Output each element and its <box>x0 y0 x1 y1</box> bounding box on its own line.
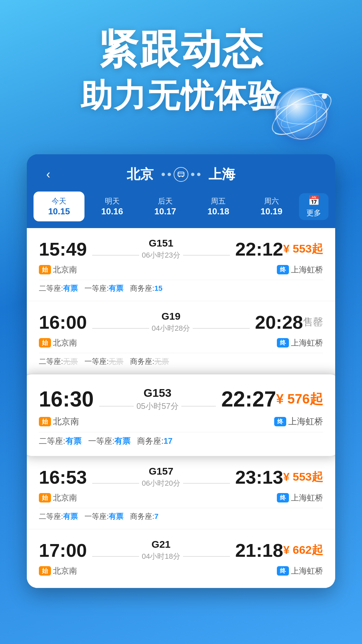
arrival-3: 23:13 <box>235 466 283 488</box>
seat-3-0: 二等座:有票 <box>39 512 78 522</box>
seat-0-1: 一等座:有票 <box>84 283 123 293</box>
arrival-0: 22:12 <box>235 238 283 260</box>
station-row-1: 始 北京南 终 上海虹桥 <box>39 337 323 348</box>
arrival-4: 21:18 <box>235 539 283 561</box>
train-no-3: G157 <box>149 466 173 477</box>
city-from: 北京 <box>127 165 154 183</box>
hero-title-1: 紧跟动态 <box>0 27 362 71</box>
line-2b <box>181 406 216 407</box>
station-from-2: 始 北京南 <box>39 416 79 427</box>
station-to-4: 终 上海虹桥 <box>277 566 323 576</box>
train-item-4[interactable]: 17:00 G21 04小时18分 21:18 ¥ 662起 始 北京南 <box>27 529 335 588</box>
arrival-2: 22:27 <box>221 387 276 412</box>
more-dates-button[interactable]: 📅 更多 <box>299 193 328 220</box>
station-to-0: 终 上海虹桥 <box>277 264 323 275</box>
duration-line-4: 04小时18分 <box>92 551 230 561</box>
date-tab-date-3: 10.18 <box>207 206 229 217</box>
station-row-2: 始 北京南 终 上海虹桥 <box>39 416 323 427</box>
seat-2-0: 二等座:有票 <box>39 436 81 446</box>
duration-4: 04小时18分 <box>142 551 180 561</box>
seat-status-2-1: 有票 <box>114 436 130 445</box>
back-button[interactable]: ‹ <box>40 166 56 182</box>
seat-status-3-1: 有票 <box>109 512 123 521</box>
date-tab-date-4: 10.19 <box>260 206 282 217</box>
date-tab-label-2: 后天 <box>158 196 173 206</box>
station-row-0: 始 北京南 终 上海虹桥 <box>39 264 323 275</box>
seat-row-2: 二等座:有票 一等座:有票 商务座:17 <box>39 432 323 446</box>
seat-1-1: 一等座:无票 <box>84 357 123 367</box>
start-tag-0: 始 <box>39 265 51 274</box>
duration-line-2: 05小时57分 <box>99 401 216 412</box>
station-from-name-2: 北京南 <box>53 416 79 427</box>
train-main-row-1: 16:00 G19 04小时28分 20:28 售罄 <box>39 311 323 333</box>
line-0 <box>92 255 139 256</box>
train-main-row-4: 17:00 G21 04小时18分 21:18 ¥ 662起 <box>39 539 323 561</box>
station-from-name-4: 北京南 <box>53 566 77 576</box>
globe-icon <box>275 87 328 141</box>
station-to-name-4: 上海虹桥 <box>291 566 323 576</box>
station-from-name-1: 北京南 <box>53 337 77 348</box>
date-tab-label-3: 周五 <box>211 196 226 206</box>
seat-status-2-2: 17 <box>164 436 173 445</box>
seat-status-1-0: 无票 <box>63 357 78 366</box>
duration-3: 06小时20分 <box>142 478 180 488</box>
station-to-3: 终 上海虹桥 <box>277 492 323 503</box>
line-4 <box>92 556 139 557</box>
duration-0: 06小时23分 <box>142 250 180 260</box>
calendar-icon: 📅 <box>308 195 320 206</box>
departure-0: 15:49 <box>39 238 87 260</box>
date-tab-1[interactable]: 明天 10.16 <box>86 192 137 221</box>
train-center-2: G153 05小时57分 <box>99 386 216 412</box>
seat-status-1-2: 无票 <box>154 357 169 366</box>
card-header: ‹ 北京 上海 <box>27 154 335 192</box>
dot-3 <box>191 173 194 176</box>
train-center-1: G19 04小时28分 <box>92 311 250 333</box>
date-tab-date-2: 10.17 <box>154 206 176 217</box>
end-tag-3: 终 <box>277 493 289 502</box>
date-tabs: 今天 10.15 明天 10.16 后天 10.17 周五 10.18 周六 1… <box>27 192 335 228</box>
date-tab-label-0: 今天 <box>52 196 66 206</box>
station-row-4: 始 北京南 终 上海虹桥 <box>39 566 323 576</box>
svg-point-0 <box>277 89 327 139</box>
date-tab-date-1: 10.16 <box>101 206 123 217</box>
date-tab-3[interactable]: 周五 10.18 <box>193 192 244 221</box>
date-tab-2[interactable]: 后天 10.17 <box>140 192 191 221</box>
line-3b <box>183 483 230 484</box>
start-tag-2: 始 <box>39 417 51 426</box>
departure-4: 17:00 <box>39 539 87 561</box>
app-card: ‹ 北京 上海 <box>27 154 335 588</box>
duration-1: 04小时28分 <box>152 323 190 333</box>
departure-2: 16:30 <box>39 387 94 412</box>
date-tab-4[interactable]: 周六 10.19 <box>246 192 297 221</box>
svg-point-2 <box>287 89 317 139</box>
svg-rect-5 <box>178 172 184 176</box>
globe-decoration <box>275 87 342 154</box>
train-item-2[interactable]: 16:30 G153 05小时57分 22:27 ¥ 576起 始 北京南 <box>27 374 335 456</box>
line-0b <box>183 255 230 256</box>
station-to-name-2: 上海虹桥 <box>288 416 323 427</box>
date-tab-0[interactable]: 今天 10.15 <box>34 192 84 221</box>
station-from-0: 始 北京南 <box>39 264 77 275</box>
seat-0-2: 商务座:15 <box>130 283 163 293</box>
seat-status-1-1: 无票 <box>109 357 123 366</box>
end-tag-0: 终 <box>277 265 289 274</box>
station-to-name-3: 上海虹桥 <box>291 492 323 503</box>
seat-status-3-0: 有票 <box>63 512 78 521</box>
seat-2-1: 一等座:有票 <box>88 436 131 446</box>
seat-row-0: 二等座:有票 一等座:有票 商务座:15 <box>39 280 323 293</box>
line-1b <box>193 328 249 329</box>
seat-row-1: 二等座:无票 一等座:无票 商务座:无票 <box>39 353 323 367</box>
seat-status-0-1: 有票 <box>109 284 123 292</box>
train-item-0[interactable]: 15:49 G151 06小时23分 22:12 ¥ 553起 始 北京南 <box>27 228 335 301</box>
date-tab-date-0: 10.15 <box>48 206 70 217</box>
train-item-1[interactable]: 16:00 G19 04小时28分 20:28 售罄 始 北京南 <box>27 301 335 374</box>
station-from-name-3: 北京南 <box>53 492 77 503</box>
train-item-3[interactable]: 16:53 G157 06小时20分 23:13 ¥ 553起 始 北京南 <box>27 456 335 529</box>
line-4b <box>183 556 230 557</box>
date-tab-label-4: 周六 <box>264 196 279 206</box>
seat-3-2: 商务座:7 <box>130 512 158 522</box>
price-2: ¥ 576起 <box>276 390 323 408</box>
station-to-name-0: 上海虹桥 <box>291 264 323 275</box>
seat-row-3: 二等座:有票 一等座:有票 商务座:7 <box>39 508 323 522</box>
start-tag-1: 始 <box>39 338 51 347</box>
